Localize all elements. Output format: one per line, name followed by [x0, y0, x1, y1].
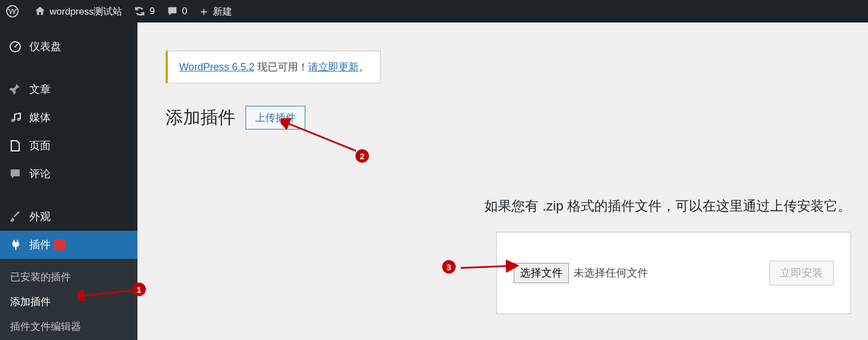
annotation-arrow-1: [78, 284, 134, 301]
update-notice: WordPress 6.5.2 现已可用！请立即更新。: [166, 51, 381, 83]
sidebar-item-label: 插件: [29, 238, 51, 252]
sidebar-item-appearance[interactable]: 外观: [0, 203, 137, 231]
update-badge: [54, 239, 65, 250]
new-label: 新建: [213, 5, 232, 18]
sidebar-item-label: 评论: [29, 167, 51, 181]
svg-line-5: [81, 290, 132, 296]
sidebar-item-label: 文章: [29, 82, 51, 97]
brush-icon: [8, 209, 23, 224]
sidebar-item-comments[interactable]: 评论: [0, 160, 137, 188]
wordpress-logo[interactable]: [0, 0, 28, 23]
comments-count: 0: [182, 6, 187, 17]
plus-icon: ＋: [198, 6, 210, 17]
sidebar-item-label: 仪表盘: [29, 39, 61, 54]
svg-line-6: [286, 123, 356, 151]
annotation-badge-1: 1: [132, 283, 146, 296]
annotation-arrow-3: [457, 259, 519, 276]
site-home-link[interactable]: wordpress测试站: [28, 0, 128, 23]
upload-help-text: 如果您有 .zip 格式的插件文件，可以在这里通过上传安装它。: [149, 197, 857, 215]
annotation-arrow-2: [281, 118, 359, 158]
choose-file-button[interactable]: 选择文件: [514, 263, 569, 283]
sidebar-item-plugins[interactable]: 插件: [0, 231, 137, 259]
svg-point-2: [14, 46, 16, 48]
plug-icon: [8, 238, 23, 252]
install-now-button[interactable]: 立即安装: [769, 261, 834, 285]
new-content-link[interactable]: ＋ 新建: [193, 0, 238, 23]
sidebar-item-media[interactable]: 媒体: [0, 104, 137, 132]
annotation-badge-3: 3: [442, 260, 456, 274]
submenu-item-plugin-editor[interactable]: 插件文件编辑器: [0, 314, 137, 339]
main-content: WordPress 6.5.2 现已可用！请立即更新。 添加插件 上传插件 如果…: [137, 23, 868, 340]
notice-suffix: 。: [359, 61, 369, 73]
comment-icon: [8, 167, 23, 181]
page-heading-row: 添加插件 上传插件: [166, 106, 857, 129]
sidebar-item-label: 媒体: [29, 110, 51, 125]
update-now-link[interactable]: 请立即更新: [308, 61, 359, 73]
pin-icon: [8, 82, 23, 97]
page-title: 添加插件: [166, 106, 235, 129]
wordpress-version-link[interactable]: WordPress 6.5.2: [179, 61, 255, 73]
site-name: wordpress测试站: [50, 5, 122, 18]
notice-mid-text: 现已可用！: [255, 61, 308, 73]
page-icon: [8, 138, 23, 153]
sidebar-item-label: 外观: [29, 209, 51, 224]
updates-link[interactable]: 9: [128, 0, 160, 23]
updates-count: 9: [149, 6, 154, 17]
sidebar-item-label: 页面: [29, 138, 51, 153]
admin-bar: wordpress测试站 9 0 ＋ 新建: [0, 0, 868, 23]
sidebar-item-pages[interactable]: 页面: [0, 132, 137, 160]
upload-form: 选择文件 未选择任何文件 立即安装: [496, 232, 851, 314]
comments-link[interactable]: 0: [161, 0, 193, 23]
sidebar-item-posts[interactable]: 文章: [0, 75, 137, 104]
sidebar-item-dashboard[interactable]: 仪表盘: [0, 33, 137, 61]
annotation-badge-2: 2: [355, 149, 369, 163]
svg-point-0: [7, 6, 18, 17]
media-icon: [8, 110, 23, 125]
svg-line-7: [461, 266, 516, 268]
file-status-text: 未选择任何文件: [573, 266, 648, 280]
dashboard-icon: [8, 39, 23, 54]
